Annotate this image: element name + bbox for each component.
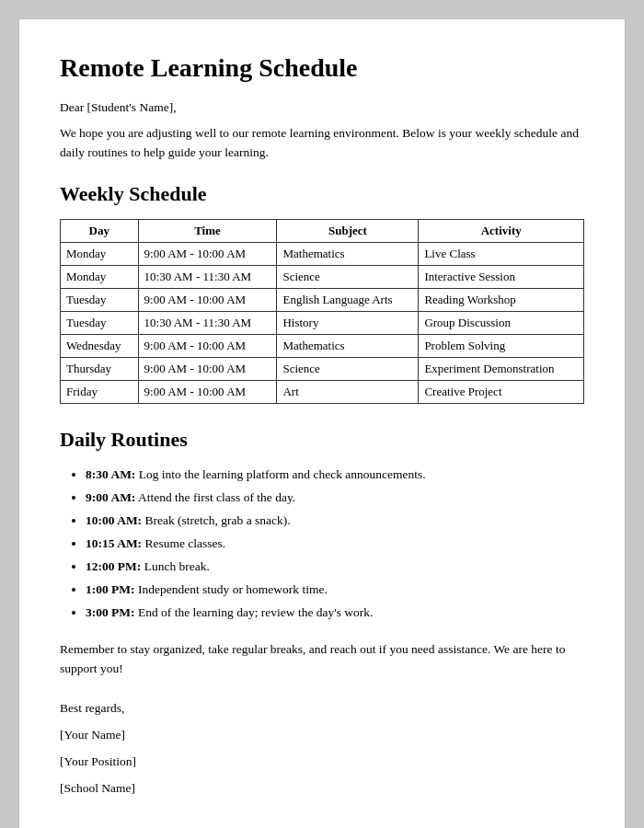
table-row: Thursday9:00 AM - 10:00 AMScienceExperim… bbox=[61, 358, 584, 381]
table-cell: Interactive Session bbox=[419, 266, 584, 289]
page-container: Remote Learning Schedule Dear [Student's… bbox=[18, 18, 626, 828]
table-cell: 9:00 AM - 10:00 AM bbox=[138, 289, 277, 312]
table-cell: 10:30 AM - 11:30 AM bbox=[138, 312, 277, 335]
table-row: Tuesday10:30 AM - 11:30 AMHistoryGroup D… bbox=[61, 312, 584, 335]
signature-regards: Best regards, bbox=[60, 696, 584, 720]
daily-routines-title: Daily Routines bbox=[60, 428, 584, 452]
col-subject: Subject bbox=[277, 220, 419, 243]
table-cell: Science bbox=[277, 358, 419, 381]
table-cell: Art bbox=[277, 381, 419, 404]
routines-list: 8:30 AM: Log into the learning platform … bbox=[60, 465, 584, 624]
signature-school: [School Name] bbox=[60, 776, 584, 800]
col-time: Time bbox=[138, 220, 277, 243]
routine-item: 3:00 PM: End of the learning day; review… bbox=[86, 603, 584, 624]
table-cell: Mathematics bbox=[277, 335, 419, 358]
table-cell: History bbox=[277, 312, 419, 335]
greeting-text: Dear [Student's Name], bbox=[60, 100, 584, 115]
weekly-schedule-title: Weekly Schedule bbox=[60, 182, 584, 206]
routine-item: 8:30 AM: Log into the learning platform … bbox=[86, 465, 584, 486]
col-activity: Activity bbox=[419, 220, 584, 243]
signature-block: Best regards, [Your Name] [Your Position… bbox=[60, 696, 584, 800]
intro-text: We hope you are adjusting well to our re… bbox=[60, 124, 584, 163]
table-header-row: Day Time Subject Activity bbox=[61, 220, 584, 243]
routine-item: 10:00 AM: Break (stretch, grab a snack). bbox=[86, 511, 584, 532]
closing-text: Remember to stay organized, take regular… bbox=[60, 640, 584, 679]
table-row: Wednesday9:00 AM - 10:00 AMMathematicsPr… bbox=[61, 335, 584, 358]
table-cell: Experiment Demonstration bbox=[419, 358, 584, 381]
table-cell: 10:30 AM - 11:30 AM bbox=[138, 266, 277, 289]
table-cell: 9:00 AM - 10:00 AM bbox=[138, 358, 277, 381]
table-cell: Problem Solving bbox=[419, 335, 584, 358]
table-cell: 9:00 AM - 10:00 AM bbox=[138, 243, 277, 266]
table-cell: Friday bbox=[61, 381, 139, 404]
routine-item: 1:00 PM: Independent study or homework t… bbox=[86, 580, 584, 601]
table-cell: Tuesday bbox=[61, 289, 139, 312]
table-row: Tuesday9:00 AM - 10:00 AMEnglish Languag… bbox=[61, 289, 584, 312]
table-row: Monday9:00 AM - 10:00 AMMathematicsLive … bbox=[61, 243, 584, 266]
table-row: Friday9:00 AM - 10:00 AMArtCreative Proj… bbox=[61, 381, 584, 404]
table-cell: Monday bbox=[61, 266, 139, 289]
table-row: Monday10:30 AM - 11:30 AMScienceInteract… bbox=[61, 266, 584, 289]
table-cell: English Language Arts bbox=[277, 289, 419, 312]
schedule-table: Day Time Subject Activity Monday9:00 AM … bbox=[60, 219, 584, 404]
table-cell: Reading Workshop bbox=[419, 289, 584, 312]
page-title: Remote Learning Schedule bbox=[60, 52, 584, 84]
table-cell: Wednesday bbox=[61, 335, 139, 358]
table-cell: Science bbox=[277, 266, 419, 289]
table-cell: 9:00 AM - 10:00 AM bbox=[138, 381, 277, 404]
col-day: Day bbox=[61, 220, 139, 243]
table-cell: Live Class bbox=[419, 243, 584, 266]
table-cell: Thursday bbox=[61, 358, 139, 381]
table-cell: Group Discussion bbox=[419, 312, 584, 335]
table-cell: Creative Project bbox=[419, 381, 584, 404]
table-cell: Tuesday bbox=[61, 312, 139, 335]
signature-name: [Your Name] bbox=[60, 722, 584, 747]
routine-item: 9:00 AM: Attend the first class of the d… bbox=[86, 488, 584, 509]
routine-item: 12:00 PM: Lunch break. bbox=[86, 557, 584, 578]
signature-position: [Your Position] bbox=[60, 749, 584, 774]
routine-item: 10:15 AM: Resume classes. bbox=[86, 534, 584, 555]
table-cell: 9:00 AM - 10:00 AM bbox=[138, 335, 277, 358]
table-cell: Monday bbox=[61, 243, 139, 266]
table-cell: Mathematics bbox=[277, 243, 419, 266]
